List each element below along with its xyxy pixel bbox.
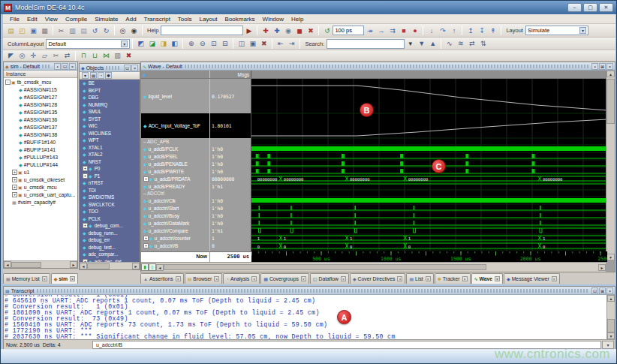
tree-item--assign-127[interactable]: ◆#ASSIGN#127	[4, 93, 77, 101]
menu-file[interactable]: File	[6, 16, 23, 23]
wave-group-adcctrl[interactable]: – ADCCtrl	[141, 190, 209, 197]
wave-signal-u-adcctrl-clk[interactable]: ◆u_adcctrl/Clk	[141, 197, 209, 204]
wave-signal-u-adcctrl-busy[interactable]: ◆u_adcctrl/Busy	[141, 212, 209, 219]
wave-signal-u-adcctrl-datamark[interactable]: ◆u_adcctrl/DataMark	[141, 219, 209, 227]
compile-button[interactable]: ✚	[260, 26, 271, 36]
close-tab-icon[interactable]: ×	[552, 276, 557, 281]
zoom-out-button[interactable]: ⊖	[197, 38, 208, 49]
wave-signal-u-adcb-penable[interactable]: ◆u_adcB/PENABLE	[141, 160, 209, 167]
object-signal-numirq[interactable]: ◆NUMIRQ	[80, 101, 140, 109]
find-button[interactable]: ◎	[117, 26, 128, 36]
close-tab-icon[interactable]: ×	[251, 276, 257, 281]
scroll-left-icon[interactable]: ◄	[156, 264, 164, 271]
wave-signal-u-adcb-psel[interactable]: ◆u_adcB/PSEL	[141, 152, 209, 160]
object-signal-nrst[interactable]: ◆NRST	[80, 158, 140, 166]
zoom-mode-button[interactable]: ◎	[17, 50, 28, 61]
instance-column-header[interactable]: Instance	[4, 71, 77, 78]
filter-apply-icon[interactable]: ✱	[105, 72, 112, 79]
compile-all-button[interactable]: ✚	[271, 26, 282, 36]
tree-item-u1[interactable]: +▣u1	[4, 168, 77, 176]
close-tab-icon[interactable]: ×	[397, 276, 402, 281]
sim-hscrollbar[interactable]: ◄ ►	[4, 260, 77, 268]
sim-panel-titlebar[interactable]: ◆ sim - Default ▪ ⊡ ×	[4, 62, 77, 71]
mirror-wave-button[interactable]: ⋈	[101, 50, 112, 61]
expand-icon[interactable]: +	[83, 166, 88, 171]
paste-button[interactable]: ▤	[78, 26, 89, 36]
expand-icon[interactable]: +	[12, 185, 17, 190]
scroll-up-icon[interactable]: ▲	[607, 295, 615, 302]
object-signal-ntrst[interactable]: ◆nTRST	[80, 179, 140, 187]
menu-bookmarks[interactable]: Bookmarks	[221, 16, 259, 23]
restart-button[interactable]: ↺	[321, 26, 333, 36]
tab-wave[interactable]: ∿Wave×	[471, 273, 504, 284]
tree-item--assign-128[interactable]: ◆#ASSIGN#128	[4, 101, 77, 108]
object-signal-swdiotms[interactable]: ◆SWDIOTMS	[80, 194, 140, 201]
menu-view[interactable]: View	[41, 16, 62, 23]
edit-mode-button[interactable]: ▱	[39, 50, 50, 61]
tab-list[interactable]: ▤List×	[406, 273, 433, 284]
wave-signal-u-adcb-prdata[interactable]: +◆u_adcB/PRDATA	[141, 175, 209, 182]
menu-layout[interactable]: Layout	[196, 16, 221, 23]
tab-message-viewer[interactable]: ◆Message Viewer×	[504, 273, 560, 284]
wave-group-adc-apb[interactable]: – ADC_APB	[141, 138, 209, 145]
menu-help[interactable]: Help	[287, 16, 307, 23]
transcript-vscrollbar[interactable]: ▲ ▼	[606, 295, 615, 339]
add-to-list-button[interactable]: ◪	[146, 38, 158, 49]
scroll-right-icon[interactable]: ►	[132, 263, 140, 269]
close-panel-icon[interactable]: ×	[69, 63, 76, 70]
help-search-button[interactable]: ▶	[243, 26, 254, 36]
wave-compare-button[interactable]: ∿	[444, 38, 455, 49]
object-signal-debug-com-[interactable]: +◆debug_com...	[80, 222, 140, 230]
filter-name-icon[interactable]: ▾	[82, 72, 89, 79]
object-signal-debug-runn-[interactable]: ◆debug_runn...	[80, 230, 140, 237]
scroll-thumb[interactable]	[164, 264, 486, 270]
zoom-cursor-button[interactable]: ⊟	[219, 38, 230, 49]
step-into-button[interactable]: ↓	[426, 26, 437, 36]
close-tab-icon[interactable]: ×	[301, 276, 306, 281]
columnlayout-select[interactable]: Default▾	[46, 39, 130, 49]
scroll-down-icon[interactable]: ▼	[606, 254, 615, 260]
close-panel-icon[interactable]: ×	[606, 63, 613, 70]
wave-overlay-button[interactable]: ≋	[455, 38, 466, 49]
tab-covergroups[interactable]: ▦Covergroups×	[260, 273, 309, 284]
scroll-right-icon[interactable]: ►	[598, 264, 606, 271]
pin-icon[interactable]: ▪	[54, 63, 61, 70]
tree-item--assign-115[interactable]: ◆#ASSIGN#115	[4, 86, 77, 93]
close-tab-icon[interactable]: ×	[42, 276, 47, 281]
menu-transcript[interactable]: Transcript	[140, 16, 174, 23]
tree-item--pullup-144[interactable]: ◆#PULLUP#144	[4, 161, 77, 168]
object-signal-pclk[interactable]: ◆PCLK	[80, 215, 140, 223]
menu-edit[interactable]: Edit	[23, 16, 41, 23]
undo-button[interactable]: ↺	[89, 26, 101, 36]
tab-sim[interactable]: ◆sim×	[51, 273, 78, 284]
step-over-button[interactable]: ↷	[437, 26, 448, 36]
flip-button[interactable]: ⇅	[477, 38, 489, 49]
dock-icon[interactable]: ⊡	[62, 63, 68, 70]
chevron-down-icon[interactable]: ▾	[579, 27, 586, 34]
add-dataflow-button[interactable]: ◧	[169, 38, 180, 49]
scroll-thumb[interactable]	[607, 319, 615, 332]
wave-signal-u-adcctrl-counter[interactable]: +◆u_adcctrl/counter	[141, 234, 209, 242]
zoom-full-button[interactable]: ⊡	[208, 38, 219, 49]
wave-panel-titlebar[interactable]: ∿ Wave - Default ▪ ⊠ ×	[141, 62, 615, 71]
menu-add[interactable]: Add	[122, 16, 140, 23]
close-tab-icon[interactable]: ×	[426, 276, 431, 281]
print-button[interactable]: ▦	[39, 26, 50, 36]
object-signal-debug-err[interactable]: ◆debug_err	[80, 236, 140, 244]
select-mode-button[interactable]: ◤	[5, 50, 17, 61]
objects-hscrollbar[interactable]: ◄ ►	[80, 262, 140, 269]
wave-canvas[interactable]: 0000000000000000000000000000000000000000…	[251, 79, 607, 251]
paste-wave-button[interactable]: ▥	[112, 50, 123, 61]
tree-item--assign-137[interactable]: ◆#ASSIGN#137	[4, 123, 77, 131]
object-signal-smul[interactable]: ◆SMUL	[80, 108, 140, 116]
scroll-right-icon[interactable]: ►	[70, 261, 77, 268]
drag-handle[interactable]	[106, 66, 121, 70]
tab-dataflow[interactable]: ◫Dataflow×	[310, 273, 349, 284]
menu-window[interactable]: Window	[259, 16, 287, 23]
wave-vscrollbar[interactable]: ▲ ▼	[606, 71, 615, 260]
object-signal-debug-test-[interactable]: ◆debug_test...	[80, 244, 140, 251]
end-sim-button[interactable]: ✖	[305, 26, 316, 36]
tree-item-u-cmsdk-clkreset[interactable]: +▣u_cmsdk_clkreset	[4, 176, 77, 183]
new-file-button[interactable]: ▤	[5, 26, 17, 36]
wave-signal-u-adcb-pwrite[interactable]: ◆u_adcB/PWRITE	[141, 167, 209, 175]
